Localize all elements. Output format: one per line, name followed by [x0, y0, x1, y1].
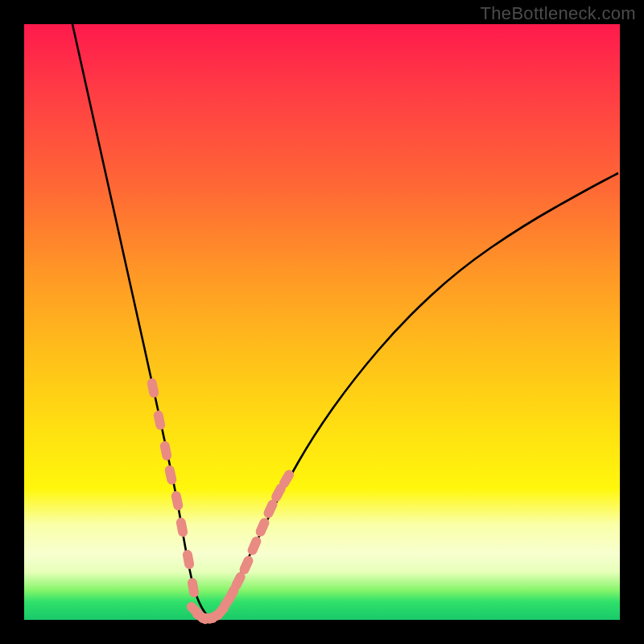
- bottleneck-curve: [72, 24, 618, 617]
- curve-marker: [159, 440, 173, 461]
- curve-marker: [182, 549, 195, 570]
- curve-marker: [153, 410, 167, 431]
- watermark-text: TheBottleneck.com: [481, 3, 636, 24]
- curve-marker: [171, 490, 184, 511]
- curve-marker: [187, 577, 200, 598]
- curve-marker: [175, 517, 188, 538]
- chart-overlay: [24, 24, 620, 620]
- chart-frame: TheBottleneck.com: [0, 0, 644, 644]
- curve-marker: [147, 378, 159, 398]
- curve-markers: [147, 378, 295, 625]
- curve-marker: [164, 464, 178, 485]
- curve-marker: [246, 535, 262, 557]
